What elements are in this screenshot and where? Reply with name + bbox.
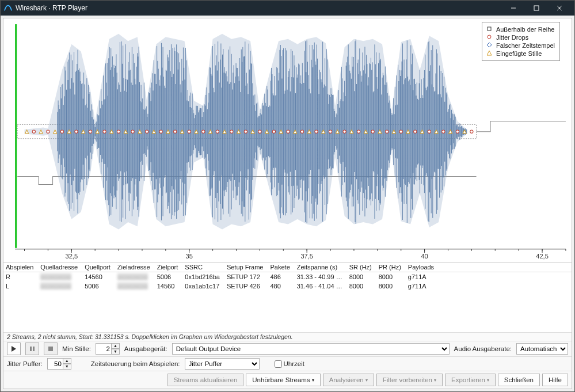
svg-point-40 [470,130,473,133]
pause-button[interactable] [25,342,39,355]
svg-point-29 [315,130,318,133]
svg-point-39 [456,130,459,133]
clock-checkbox[interactable]: Uhrzeit [275,360,304,368]
status-line: 2 Streams, 2 nicht stumm, Start: 31.3311… [3,332,572,341]
min-silence-input[interactable] [96,343,112,355]
svg-rect-78 [48,347,53,351]
svg-point-22 [216,130,219,133]
chevron-down-icon: ▾ [487,378,489,383]
svg-point-9 [32,130,35,133]
diamond-icon [487,43,493,48]
min-silence-spinbox[interactable]: ▲▼ [96,343,120,355]
svg-point-14 [103,130,106,133]
window: Wireshark · RTP Player Außerhalb der Rei… [0,0,575,392]
svg-point-25 [258,130,261,133]
svg-text:37,5: 37,5 [300,253,313,260]
svg-point-33 [371,130,374,133]
svg-point-35 [399,130,402,133]
streams-table[interactable]: Abspielen Quelladresse Quellport Zieladr… [3,262,572,291]
svg-text:32,5: 32,5 [66,253,78,260]
export-button[interactable]: Exportieren▾ [445,374,496,386]
play-button[interactable] [7,342,21,355]
svg-point-17 [145,130,148,133]
svg-point-16 [131,130,134,133]
svg-point-26 [272,130,275,133]
svg-point-20 [188,130,191,133]
legend-label: Jitter Drops [496,34,528,41]
chevron-down-icon: ▾ [365,378,368,383]
refresh-streams-button[interactable]: Streams aktualisieren [167,374,244,386]
spin-up-icon[interactable]: ▲ [112,343,120,349]
svg-point-30 [329,130,332,133]
svg-rect-6 [15,24,17,248]
waveform-chart[interactable]: Außerhalb der Reihe Jitter Drops Falsche… [3,18,572,262]
circle-icon [487,35,493,40]
svg-point-5 [488,35,491,39]
help-button[interactable]: Hilfe [542,374,568,386]
svg-point-13 [89,130,92,133]
svg-rect-1 [534,6,539,10]
dialog-buttons: Streams aktualisieren Unhörbare Streams▾… [3,371,572,389]
streams-table-wrap: Abspielen Quelladresse Quellport Zieladr… [3,262,572,332]
jitter-buffer-label: Jitter Puffer: [7,360,43,367]
col-sr[interactable]: SR (Hz) [347,262,376,272]
col-dst-addr[interactable]: Zieladresse [115,262,155,272]
analyze-button[interactable]: Analysieren▾ [323,374,374,386]
svg-point-11 [60,130,63,133]
col-span[interactable]: Zeitspanne (s) [295,262,347,272]
col-payloads[interactable]: Payloads [406,262,439,272]
audio-rate-label: Audio Ausgaberate: [454,345,512,352]
square-icon [487,26,493,32]
audio-rate-select[interactable]: Automatisch [516,343,568,355]
playback-controls-row: Min Stille: ▲▼ Ausgabegerät: Default Out… [3,341,572,356]
content-panel: Außerhalb der Reihe Jitter Drops Falsche… [3,18,572,389]
spin-down-icon[interactable]: ▼ [112,349,120,355]
col-src-port[interactable]: Quellport [82,262,115,272]
svg-text:42,5: 42,5 [536,253,549,260]
clock-checkbox-input[interactable] [275,360,282,368]
chevron-down-icon: ▾ [312,378,314,383]
svg-point-28 [300,130,303,133]
timing-select[interactable]: Jitter Puffer [185,358,260,370]
output-device-label: Ausgabegerät: [124,345,167,352]
close-button[interactable] [548,1,571,16]
svg-point-23 [230,130,233,133]
svg-point-15 [117,130,120,133]
jitter-buffer-spinbox[interactable]: ▲▼ [47,358,71,370]
svg-rect-76 [30,347,32,351]
svg-rect-4 [488,27,491,31]
close-dialog-button[interactable]: Schließen [498,374,540,386]
svg-point-36 [414,130,417,133]
spin-down-icon[interactable]: ▼ [63,364,71,370]
spin-up-icon[interactable]: ▲ [63,358,71,364]
svg-point-34 [386,130,389,133]
min-silence-label: Min Stille: [62,345,91,352]
output-device-select[interactable]: Default Output Device [172,343,450,355]
legend-label: Falscher Zeitstempel [496,42,555,49]
col-setup[interactable]: Setup Frame [224,262,268,272]
table-row[interactable]: R—.—.—.—14560—.—.—.—50060x1bd216baSETUP … [3,272,572,282]
col-ssrc[interactable]: SSRC [182,262,224,272]
svg-point-21 [202,130,205,133]
svg-point-38 [442,130,445,133]
col-dst-port[interactable]: Zielport [155,262,183,272]
minimize-button[interactable] [502,1,525,16]
inaudible-streams-button[interactable]: Unhörbare Streams▾ [246,374,320,386]
table-row[interactable]: L—.—.—.—5006—.—.—.—145600xa1ab1c17SETUP … [3,281,572,291]
col-src-addr[interactable]: Quelladresse [38,262,82,272]
maximize-button[interactable] [525,1,548,16]
col-pr[interactable]: PR (Hz) [376,262,406,272]
col-packets[interactable]: Pakete [268,262,295,272]
triangle-icon [487,51,493,56]
stop-button[interactable] [44,342,58,355]
jitter-buffer-input[interactable] [47,358,63,370]
svg-rect-77 [33,347,35,351]
legend-label: Eingefügte Stille [496,50,542,57]
svg-point-32 [357,130,360,133]
prepare-filter-button[interactable]: Filter vorbereiten▾ [376,374,443,386]
col-play[interactable]: Abspielen [3,262,38,272]
window-title: Wireshark · RTP Player [16,4,87,12]
legend-label: Außerhalb der Reihe [496,26,555,33]
playback-controls-row2: Jitter Puffer: ▲▼ Zeitsteuerung beim Abs… [3,356,572,371]
chart-legend: Außerhalb der Reihe Jitter Drops Falsche… [482,22,560,61]
